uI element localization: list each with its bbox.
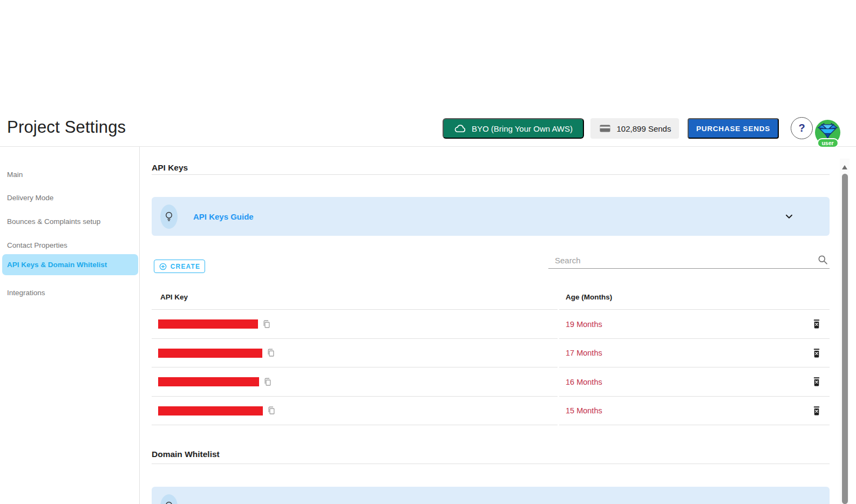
age-value: 19 Months [566,320,602,329]
api-key-row [152,310,558,339]
create-button-label: CREATE [171,263,201,270]
purchase-sends-button[interactable]: PURCHASE SENDS [688,118,779,139]
api-key-age-row: 15 Months [559,397,830,425]
chevron-down-icon[interactable] [783,210,795,222]
api-key-age-row: 17 Months [559,339,830,367]
sidebar-item-label: API Keys & Domain Whitelist [7,261,107,269]
age-value: 17 Months [566,349,602,357]
sidebar-item-label: Bounces & Complaints setup [7,217,100,226]
redacted-api-key [158,349,262,358]
api-keys-guide-panel[interactable]: API Keys Guide [152,197,830,236]
sidebar-item-delivery-mode[interactable]: Delivery Mode [0,187,140,208]
create-api-key-button[interactable]: CREATE [154,260,205,273]
sidebar-item-api-keys-domain-whitelist[interactable]: API Keys & Domain Whitelist [2,254,138,275]
sidebar-item-label: Main [7,171,23,179]
sidebar-item-contact-properties[interactable]: Contact Properties [0,234,140,256]
copy-icon[interactable] [263,377,273,387]
byo-aws-button[interactable]: BYO (Bring Your Own AWS) [443,118,584,139]
sidebar-item-label: Integrations [7,289,45,297]
age-value: 16 Months [566,378,602,386]
plus-circle-icon [159,262,167,271]
vertical-scrollbar [840,159,850,504]
sidebar-item-integrations[interactable]: Integrations [0,282,140,303]
delete-icon[interactable] [812,318,823,330]
lightbulb-icon [160,494,178,504]
delete-icon[interactable] [812,347,823,359]
credit-card-icon [599,122,612,135]
sends-counter-chip[interactable]: 102,899 Sends [590,118,679,139]
api-key-age-row: 19 Months [559,310,830,339]
age-value: 15 Months [566,406,602,415]
cloud-icon [454,122,466,135]
help-button[interactable]: ? [791,117,813,139]
settings-content: API Keys API Keys Guide CREATE [152,147,830,504]
api-key-row [152,339,558,367]
redacted-api-key [158,406,263,416]
user-avatar[interactable]: user [815,120,840,145]
lightbulb-icon [160,205,178,229]
domain-whitelist-guide-panel[interactable] [152,487,830,504]
domain-whitelist-section-title: Domain Whitelist [152,449,830,464]
byo-aws-label: BYO (Bring Your Own AWS) [472,124,573,133]
redacted-api-key [158,319,258,329]
sends-counter-label: 102,899 Sends [617,124,671,133]
sidebar-item-label: Delivery Mode [7,194,53,202]
scrollbar-up-arrow[interactable] [842,165,847,169]
sidebar-item-main[interactable]: Main [0,164,140,185]
settings-sidebar: Main Delivery Mode Bounces & Complaints … [0,147,140,504]
search-icon[interactable] [817,254,828,265]
purchase-sends-label: PURCHASE SENDS [696,125,770,133]
sidebar-item-bounces-complaints[interactable]: Bounces & Complaints setup [0,210,140,232]
api-key-age-row: 16 Months [559,367,830,397]
page-header: Project Settings BYO (Bring Your Own AWS… [0,0,856,147]
redacted-api-key [158,377,259,386]
api-key-row [152,367,558,397]
page-title: Project Settings [7,118,126,137]
api-keys-section-title: API Keys [152,163,830,175]
delete-icon[interactable] [812,376,823,388]
copy-icon[interactable] [266,348,276,358]
question-mark-icon: ? [798,122,805,134]
search-input[interactable] [548,253,807,268]
search-field [548,253,830,269]
column-header-api-key: API Key [152,285,558,310]
api-keys-guide-title: API Keys Guide [193,197,254,236]
scrollbar-thumb[interactable] [842,174,848,504]
column-header-age: Age (Months) [559,285,830,310]
delete-icon[interactable] [812,405,823,417]
copy-icon[interactable] [262,319,271,330]
copy-icon[interactable] [267,405,276,416]
api-key-row [152,397,558,425]
sidebar-item-label: Contact Properties [7,241,67,249]
